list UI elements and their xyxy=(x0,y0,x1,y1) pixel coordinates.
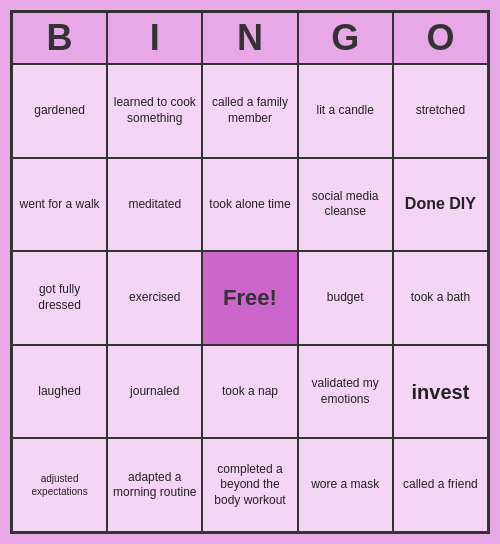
bingo-cell: got fully dressed xyxy=(12,251,107,345)
bingo-cell: gardened xyxy=(12,64,107,158)
bingo-cell: meditated xyxy=(107,158,202,252)
bingo-cell: adapted a morning routine xyxy=(107,438,202,532)
bingo-cell: invest xyxy=(393,345,488,439)
header-letter: N xyxy=(202,12,297,64)
bingo-cell: went for a walk xyxy=(12,158,107,252)
bingo-card: BINGO gardenedlearned to cook somethingc… xyxy=(10,10,490,534)
bingo-cell: called a friend xyxy=(393,438,488,532)
bingo-cell: took a nap xyxy=(202,345,297,439)
bingo-cell: took alone time xyxy=(202,158,297,252)
bingo-header: BINGO xyxy=(12,12,488,64)
header-letter: B xyxy=(12,12,107,64)
bingo-cell: wore a mask xyxy=(298,438,393,532)
header-letter: G xyxy=(298,12,393,64)
bingo-cell: validated my emotions xyxy=(298,345,393,439)
header-letter: I xyxy=(107,12,202,64)
bingo-cell: laughed xyxy=(12,345,107,439)
bingo-grid: gardenedlearned to cook somethingcalled … xyxy=(12,64,488,532)
bingo-cell: Done DIY xyxy=(393,158,488,252)
bingo-cell: social media cleanse xyxy=(298,158,393,252)
bingo-cell: stretched xyxy=(393,64,488,158)
bingo-cell: journaled xyxy=(107,345,202,439)
header-letter: O xyxy=(393,12,488,64)
bingo-cell: exercised xyxy=(107,251,202,345)
bingo-cell: adjusted expectations xyxy=(12,438,107,532)
bingo-cell: called a family member xyxy=(202,64,297,158)
bingo-cell: took a bath xyxy=(393,251,488,345)
bingo-cell: completed a beyond the body workout xyxy=(202,438,297,532)
bingo-cell: learned to cook something xyxy=(107,64,202,158)
bingo-cell: Free! xyxy=(202,251,297,345)
bingo-cell: lit a candle xyxy=(298,64,393,158)
bingo-cell: budget xyxy=(298,251,393,345)
